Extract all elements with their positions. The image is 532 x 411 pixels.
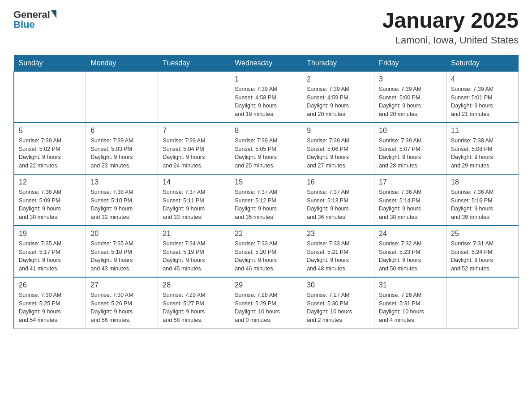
day-info: Sunrise: 7:32 AMSunset: 5:23 PMDaylight:… [379,240,442,273]
calendar-cell: 30Sunrise: 7:27 AMSunset: 5:30 PMDayligh… [302,277,374,329]
calendar-cell: 16Sunrise: 7:37 AMSunset: 5:13 PMDayligh… [302,174,374,226]
day-info: Sunrise: 7:36 AMSunset: 5:14 PMDaylight:… [379,188,442,222]
day-number: 22 [235,230,297,238]
calendar-cell: 11Sunrise: 7:38 AMSunset: 5:08 PMDayligh… [446,123,519,174]
day-number: 17 [379,178,442,186]
calendar-cell: 2Sunrise: 7:39 AMSunset: 4:59 PMDaylight… [302,71,374,123]
day-of-week-header: Friday [374,55,446,71]
calendar-cell [86,71,158,123]
title-block: January 2025 Lamoni, Iowa, United States [382,9,519,46]
calendar-week-row: 1Sunrise: 7:39 AMSunset: 4:58 PMDaylight… [14,71,519,123]
day-info: Sunrise: 7:39 AMSunset: 5:01 PMDaylight:… [451,85,514,119]
day-of-week-header: Wednesday [230,55,302,71]
logo: General Blue [13,9,56,30]
day-info: Sunrise: 7:37 AMSunset: 5:13 PMDaylight:… [307,188,369,222]
calendar-cell [158,71,230,123]
calendar-cell: 25Sunrise: 7:31 AMSunset: 5:24 PMDayligh… [446,226,519,277]
day-number: 13 [90,178,153,186]
calendar-week-row: 19Sunrise: 7:35 AMSunset: 5:17 PMDayligh… [14,226,519,277]
day-info: Sunrise: 7:39 AMSunset: 5:06 PMDaylight:… [307,137,369,170]
day-info: Sunrise: 7:39 AMSunset: 5:00 PMDaylight:… [379,85,442,119]
day-info: Sunrise: 7:33 AMSunset: 5:21 PMDaylight:… [307,240,369,273]
calendar-cell: 7Sunrise: 7:39 AMSunset: 5:04 PMDaylight… [158,123,230,174]
day-info: Sunrise: 7:29 AMSunset: 5:27 PMDaylight:… [163,291,225,325]
day-info: Sunrise: 7:30 AMSunset: 5:25 PMDaylight:… [19,291,81,325]
calendar-cell [14,71,86,123]
day-number: 26 [19,281,81,289]
calendar-cell: 4Sunrise: 7:39 AMSunset: 5:01 PMDaylight… [446,71,519,123]
day-info: Sunrise: 7:37 AMSunset: 5:11 PMDaylight:… [163,188,225,222]
day-info: Sunrise: 7:39 AMSunset: 5:02 PMDaylight:… [19,137,81,170]
day-number: 1 [235,75,297,83]
day-number: 16 [307,178,369,186]
day-number: 9 [307,127,369,135]
day-info: Sunrise: 7:30 AMSunset: 5:26 PMDaylight:… [90,291,153,325]
day-info: Sunrise: 7:38 AMSunset: 5:08 PMDaylight:… [451,137,514,170]
day-number: 23 [307,230,369,238]
day-number: 4 [451,75,514,83]
calendar-cell [446,277,519,329]
day-info: Sunrise: 7:39 AMSunset: 5:05 PMDaylight:… [235,137,297,170]
day-info: Sunrise: 7:37 AMSunset: 5:12 PMDaylight:… [235,188,297,222]
calendar-week-row: 5Sunrise: 7:39 AMSunset: 5:02 PMDaylight… [14,123,519,174]
day-number: 28 [163,281,225,289]
calendar-cell: 5Sunrise: 7:39 AMSunset: 5:02 PMDaylight… [14,123,86,174]
calendar-cell: 21Sunrise: 7:34 AMSunset: 5:19 PMDayligh… [158,226,230,277]
day-of-week-header: Sunday [14,55,86,71]
day-info: Sunrise: 7:38 AMSunset: 5:10 PMDaylight:… [90,188,153,222]
calendar-cell: 14Sunrise: 7:37 AMSunset: 5:11 PMDayligh… [158,174,230,226]
calendar-cell: 6Sunrise: 7:39 AMSunset: 5:03 PMDaylight… [86,123,158,174]
day-info: Sunrise: 7:28 AMSunset: 5:29 PMDaylight:… [235,291,297,325]
calendar-cell: 1Sunrise: 7:39 AMSunset: 4:58 PMDaylight… [230,71,302,123]
day-number: 12 [19,178,81,186]
day-info: Sunrise: 7:35 AMSunset: 5:18 PMDaylight:… [90,240,153,273]
day-info: Sunrise: 7:36 AMSunset: 5:16 PMDaylight:… [451,188,514,222]
month-year-title: January 2025 [382,9,519,33]
day-info: Sunrise: 7:27 AMSunset: 5:30 PMDaylight:… [307,291,369,325]
day-number: 6 [90,127,153,135]
calendar-cell: 18Sunrise: 7:36 AMSunset: 5:16 PMDayligh… [446,174,519,226]
calendar-cell: 10Sunrise: 7:39 AMSunset: 5:07 PMDayligh… [374,123,446,174]
location-subtitle: Lamoni, Iowa, United States [382,34,519,46]
calendar-cell: 17Sunrise: 7:36 AMSunset: 5:14 PMDayligh… [374,174,446,226]
day-number: 3 [379,75,442,83]
calendar-cell: 8Sunrise: 7:39 AMSunset: 5:05 PMDaylight… [230,123,302,174]
day-number: 18 [451,178,514,186]
day-number: 19 [19,230,81,238]
day-info: Sunrise: 7:26 AMSunset: 5:31 PMDaylight:… [379,291,442,325]
calendar-cell: 28Sunrise: 7:29 AMSunset: 5:27 PMDayligh… [158,277,230,329]
day-number: 20 [90,230,153,238]
day-number: 5 [19,127,81,135]
calendar-cell: 24Sunrise: 7:32 AMSunset: 5:23 PMDayligh… [374,226,446,277]
calendar-cell: 19Sunrise: 7:35 AMSunset: 5:17 PMDayligh… [14,226,86,277]
day-info: Sunrise: 7:39 AMSunset: 5:03 PMDaylight:… [90,137,153,170]
day-number: 30 [307,281,369,289]
calendar-cell: 29Sunrise: 7:28 AMSunset: 5:29 PMDayligh… [230,277,302,329]
day-info: Sunrise: 7:33 AMSunset: 5:20 PMDaylight:… [235,240,297,273]
calendar-cell: 12Sunrise: 7:38 AMSunset: 5:09 PMDayligh… [14,174,86,226]
day-info: Sunrise: 7:35 AMSunset: 5:17 PMDaylight:… [19,240,81,273]
calendar-header-row: SundayMondayTuesdayWednesdayThursdayFrid… [14,55,519,71]
calendar-cell: 27Sunrise: 7:30 AMSunset: 5:26 PMDayligh… [86,277,158,329]
calendar-week-row: 12Sunrise: 7:38 AMSunset: 5:09 PMDayligh… [14,174,519,226]
calendar-cell: 9Sunrise: 7:39 AMSunset: 5:06 PMDaylight… [302,123,374,174]
day-info: Sunrise: 7:39 AMSunset: 5:04 PMDaylight:… [163,137,225,170]
day-of-week-header: Saturday [446,55,519,71]
calendar-cell: 13Sunrise: 7:38 AMSunset: 5:10 PMDayligh… [86,174,158,226]
day-info: Sunrise: 7:39 AMSunset: 4:59 PMDaylight:… [307,85,369,119]
calendar-table: SundayMondayTuesdayWednesdayThursdayFrid… [13,55,519,329]
calendar-cell: 3Sunrise: 7:39 AMSunset: 5:00 PMDaylight… [374,71,446,123]
day-number: 25 [451,230,514,238]
day-info: Sunrise: 7:31 AMSunset: 5:24 PMDaylight:… [451,240,514,273]
day-number: 8 [235,127,297,135]
day-number: 24 [379,230,442,238]
day-info: Sunrise: 7:38 AMSunset: 5:09 PMDaylight:… [19,188,81,222]
calendar-cell: 26Sunrise: 7:30 AMSunset: 5:25 PMDayligh… [14,277,86,329]
calendar-cell: 15Sunrise: 7:37 AMSunset: 5:12 PMDayligh… [230,174,302,226]
day-number: 2 [307,75,369,83]
logo-triangle-icon [51,10,56,18]
day-info: Sunrise: 7:39 AMSunset: 5:07 PMDaylight:… [379,137,442,170]
day-number: 27 [90,281,153,289]
day-number: 10 [379,127,442,135]
page-header: General Blue January 2025 Lamoni, Iowa, … [13,9,519,46]
